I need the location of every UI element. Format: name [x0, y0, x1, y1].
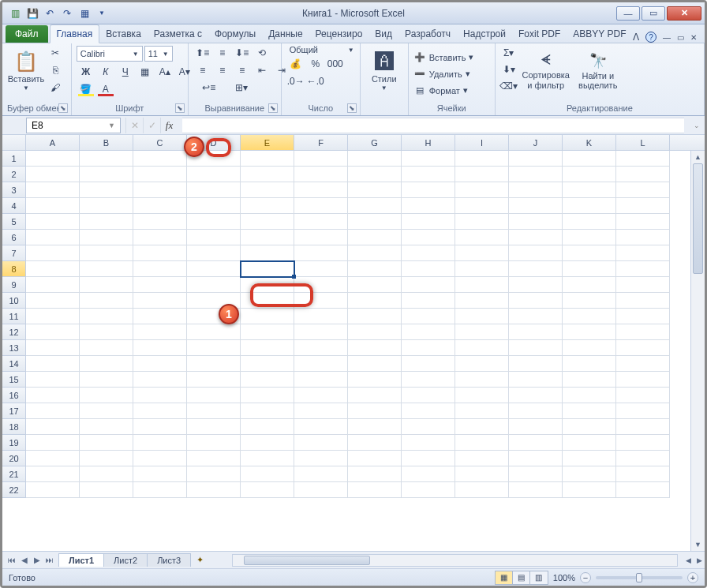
- insert-cells-button[interactable]: ➕Вставить ▾: [413, 50, 474, 66]
- cell-G18[interactable]: [348, 419, 402, 435]
- cell-H17[interactable]: [402, 403, 455, 419]
- cell-K1[interactable]: [563, 151, 616, 167]
- indent-dec-icon[interactable]: ⇤: [252, 62, 271, 78]
- row-header-1[interactable]: 1: [2, 151, 26, 167]
- cell-C13[interactable]: [133, 340, 187, 356]
- row-header-18[interactable]: 18: [2, 419, 26, 435]
- cell-B4[interactable]: [80, 198, 133, 214]
- cell-J7[interactable]: [509, 245, 563, 261]
- last-sheet-icon[interactable]: ⏭: [43, 556, 56, 564]
- cell-E2[interactable]: [241, 167, 294, 182]
- cell-I10[interactable]: [455, 293, 509, 309]
- cell-H9[interactable]: [402, 277, 455, 293]
- launcher-icon[interactable]: ⬊: [268, 103, 278, 113]
- cell-E5[interactable]: [241, 214, 294, 230]
- cell-B1[interactable]: [80, 151, 133, 167]
- cell-H20[interactable]: [402, 451, 455, 466]
- help-icon[interactable]: ?: [645, 32, 656, 43]
- cell-G15[interactable]: [348, 372, 402, 388]
- row-header-12[interactable]: 12: [2, 324, 26, 340]
- cell-D16[interactable]: [187, 388, 241, 403]
- cell-F10[interactable]: [294, 293, 348, 309]
- cell-L6[interactable]: [616, 230, 670, 245]
- cell-G17[interactable]: [348, 403, 402, 419]
- cell-F2[interactable]: [294, 167, 348, 182]
- tab-insert[interactable]: Вставка: [99, 25, 148, 43]
- cell-C6[interactable]: [133, 230, 187, 245]
- cell-F18[interactable]: [294, 419, 348, 435]
- cell-B19[interactable]: [80, 435, 133, 451]
- cell-A10[interactable]: [26, 293, 80, 309]
- cell-E19[interactable]: [241, 435, 294, 451]
- cell-A12[interactable]: [26, 324, 80, 340]
- cell-C17[interactable]: [133, 403, 187, 419]
- cell-I16[interactable]: [455, 388, 509, 403]
- cell-K5[interactable]: [563, 214, 616, 230]
- cell-C8[interactable]: [133, 261, 187, 277]
- cell-C18[interactable]: [133, 419, 187, 435]
- cell-E1[interactable]: [241, 151, 294, 167]
- cell-D17[interactable]: [187, 403, 241, 419]
- cell-B10[interactable]: [80, 293, 133, 309]
- cell-D20[interactable]: [187, 451, 241, 466]
- italic-icon[interactable]: К: [96, 64, 115, 80]
- cell-I3[interactable]: [455, 182, 509, 198]
- grow-font-icon[interactable]: A▴: [155, 64, 174, 80]
- cell-L17[interactable]: [616, 403, 670, 419]
- cell-B13[interactable]: [80, 340, 133, 356]
- row-header-21[interactable]: 21: [2, 466, 26, 482]
- cell-F11[interactable]: [294, 309, 348, 324]
- cell-E11[interactable]: [241, 309, 294, 324]
- comma-icon[interactable]: 000: [326, 56, 345, 72]
- zoom-slider[interactable]: [596, 576, 683, 579]
- cell-A2[interactable]: [26, 167, 80, 182]
- row-header-10[interactable]: 10: [2, 293, 26, 309]
- cell-G22[interactable]: [348, 482, 402, 498]
- cell-I11[interactable]: [455, 309, 509, 324]
- zoom-in-icon[interactable]: +: [687, 572, 698, 583]
- cell-L13[interactable]: [616, 340, 670, 356]
- cell-F14[interactable]: [294, 356, 348, 372]
- zoom-level[interactable]: 100%: [553, 573, 575, 582]
- cell-D19[interactable]: [187, 435, 241, 451]
- cell-E16[interactable]: [241, 388, 294, 403]
- minimize-ribbon-icon[interactable]: ᐱ: [633, 32, 639, 43]
- tab-pagelayout[interactable]: Разметка с: [148, 25, 208, 43]
- tab-foxit[interactable]: Foxit PDF: [512, 25, 567, 43]
- cell-A13[interactable]: [26, 340, 80, 356]
- cell-K7[interactable]: [563, 245, 616, 261]
- cell-L19[interactable]: [616, 435, 670, 451]
- cell-K16[interactable]: [563, 388, 616, 403]
- cell-H21[interactable]: [402, 466, 455, 482]
- cell-D4[interactable]: [187, 198, 241, 214]
- cell-C3[interactable]: [133, 182, 187, 198]
- launcher-icon[interactable]: ⬊: [347, 103, 357, 113]
- cell-L3[interactable]: [616, 182, 670, 198]
- cell-G6[interactable]: [348, 230, 402, 245]
- cell-H4[interactable]: [402, 198, 455, 214]
- cell-G21[interactable]: [348, 466, 402, 482]
- cell-H13[interactable]: [402, 340, 455, 356]
- cell-B14[interactable]: [80, 356, 133, 372]
- cell-K13[interactable]: [563, 340, 616, 356]
- cell-K21[interactable]: [563, 466, 616, 482]
- cell-A6[interactable]: [26, 230, 80, 245]
- cell-D1[interactable]: [187, 151, 241, 167]
- cell-B2[interactable]: [80, 167, 133, 182]
- cell-F6[interactable]: [294, 230, 348, 245]
- col-header-H[interactable]: H: [402, 135, 455, 150]
- cell-G14[interactable]: [348, 356, 402, 372]
- launcher-icon[interactable]: ⬊: [175, 103, 185, 113]
- cell-C14[interactable]: [133, 356, 187, 372]
- row-header-4[interactable]: 4: [2, 198, 26, 214]
- cell-J16[interactable]: [509, 388, 563, 403]
- cell-J12[interactable]: [509, 324, 563, 340]
- cell-I21[interactable]: [455, 466, 509, 482]
- cell-I13[interactable]: [455, 340, 509, 356]
- autosum-icon[interactable]: Σ▾: [500, 45, 518, 61]
- next-sheet-icon[interactable]: ▶: [31, 556, 43, 564]
- cell-G7[interactable]: [348, 245, 402, 261]
- expand-formula-icon[interactable]: ⌄: [689, 122, 705, 129]
- col-header-D[interactable]: D: [187, 135, 241, 150]
- cell-G10[interactable]: [348, 293, 402, 309]
